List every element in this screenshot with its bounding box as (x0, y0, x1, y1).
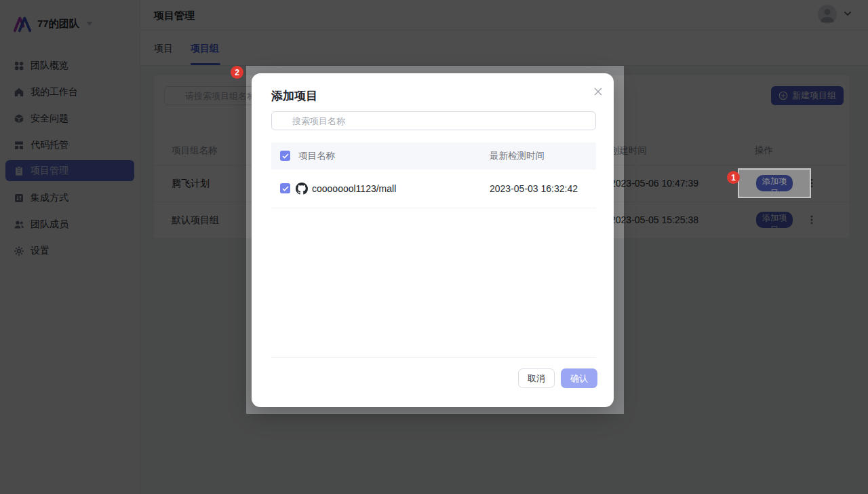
add-project-modal: 添加项目 项目名称 最新检测时间 coooooool1123/mall 2023… (252, 73, 614, 407)
row-checkbox[interactable] (280, 183, 290, 193)
check-icon (282, 186, 289, 191)
select-all-checkbox[interactable] (280, 151, 290, 161)
modal-table-header: 项目名称 最新检测时间 (271, 142, 596, 170)
scan-time: 2023-05-03 16:32:42 (490, 170, 578, 208)
footer-divider (271, 357, 596, 358)
cancel-button[interactable]: 取消 (518, 368, 555, 388)
modal-column-project-name: 项目名称 (298, 142, 335, 170)
app-window: 77的团队 团队概览 我的工作台 安全问题 代码托管 项目管理 集成方式 (0, 0, 868, 494)
check-icon (282, 153, 289, 159)
step-badge-2: 2 (231, 66, 243, 79)
project-search-input[interactable] (271, 111, 596, 130)
modal-column-scan-time: 最新检测时间 (490, 142, 545, 170)
modal-title: 添加项目 (271, 88, 317, 104)
project-name: coooooool1123/mall (312, 170, 396, 208)
close-icon[interactable] (593, 86, 604, 97)
step-badge-1: 1 (727, 171, 740, 184)
confirm-button[interactable]: 确认 (561, 368, 597, 388)
modal-project-row: coooooool1123/mall 2023-05-03 16:32:42 (271, 170, 596, 208)
github-icon (296, 183, 308, 195)
